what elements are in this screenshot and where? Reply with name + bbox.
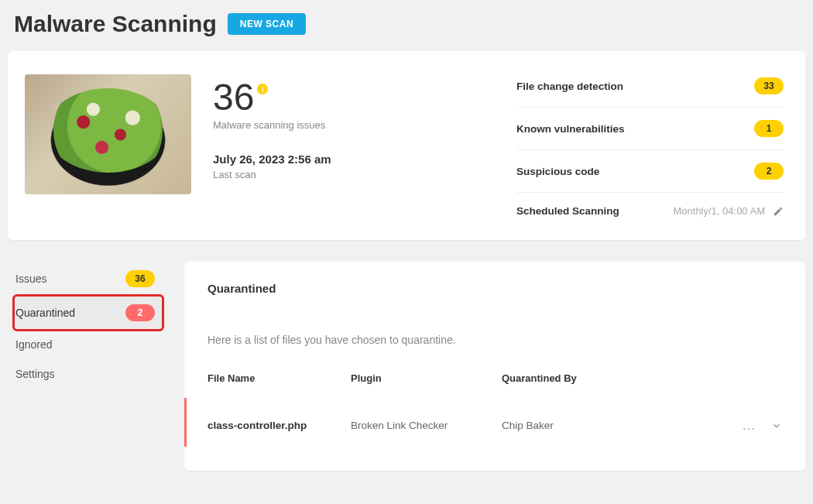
table-row[interactable]: class-controller.php Broken Link Checker… (184, 398, 782, 447)
page-title: Malware Scanning (14, 11, 217, 37)
sidebar-item-label: Ignored (15, 338, 52, 351)
col-file-name: File Name (208, 372, 351, 384)
stat-count-badge: 1 (754, 120, 784, 137)
section-title: Quarantined (208, 282, 782, 295)
chevron-down-icon[interactable] (771, 420, 782, 431)
sidebar-item-label: Issues (15, 273, 46, 285)
stat-scheduled-scanning: Scheduled Scanning Monthly/1, 04:00 AM (516, 193, 784, 217)
more-icon[interactable]: … (742, 422, 757, 429)
scheduled-value: Monthly/1, 04:00 AM (673, 205, 765, 217)
cell-plugin: Broken Link Checker (351, 420, 502, 431)
stat-label: Suspicious code (516, 166, 599, 177)
col-quarantined-by: Quarantined By (502, 372, 728, 384)
sidebar: Issues 36 Quarantined 2 Ignored Settings (8, 262, 163, 389)
cell-file-name: class-controller.php (208, 420, 351, 431)
stat-label: File change detection (516, 81, 623, 92)
last-scan-label: Last scan (213, 169, 331, 180)
issue-count: 36 (213, 79, 254, 116)
sidebar-item-quarantined[interactable]: Quarantined 2 (14, 296, 163, 330)
quarantine-panel: Quarantined Here is a list of files you … (184, 262, 805, 471)
info-icon[interactable]: i (257, 84, 268, 94)
edit-icon[interactable] (773, 206, 784, 217)
sidebar-item-ignored[interactable]: Ignored (14, 330, 163, 359)
stat-suspicious-code: Suspicious code 2 (516, 150, 784, 193)
last-scan-time: July 26, 2023 2:56 am (213, 153, 331, 166)
sidebar-item-label: Quarantined (15, 307, 75, 319)
sidebar-badge: 36 (125, 270, 155, 287)
summary-thumbnail (25, 74, 191, 194)
sidebar-item-settings[interactable]: Settings (14, 359, 163, 389)
issue-count-label: Malware scanning issues (213, 119, 331, 131)
section-description: Here is a list of files you have chosen … (208, 334, 782, 346)
cell-quarantined-by: Chip Baker (502, 420, 728, 431)
sidebar-item-label: Settings (15, 368, 55, 380)
sidebar-item-issues[interactable]: Issues 36 (14, 262, 163, 296)
col-plugin: Plugin (351, 372, 502, 384)
stat-label: Scheduled Scanning (516, 205, 619, 217)
stat-file-change: File change detection 33 (516, 74, 784, 108)
stat-count-badge: 2 (754, 163, 784, 180)
summary-card: 36 i Malware scanning issues July 26, 20… (8, 51, 805, 240)
table-header: File Name Plugin Quarantined By (208, 372, 782, 384)
stat-label: Known vulnerabilities (516, 123, 625, 135)
sidebar-badge: 2 (125, 304, 155, 321)
new-scan-button[interactable]: NEW SCAN (228, 13, 306, 35)
stat-known-vulnerabilities: Known vulnerabilities 1 (516, 108, 784, 150)
stat-count-badge: 33 (754, 77, 784, 94)
